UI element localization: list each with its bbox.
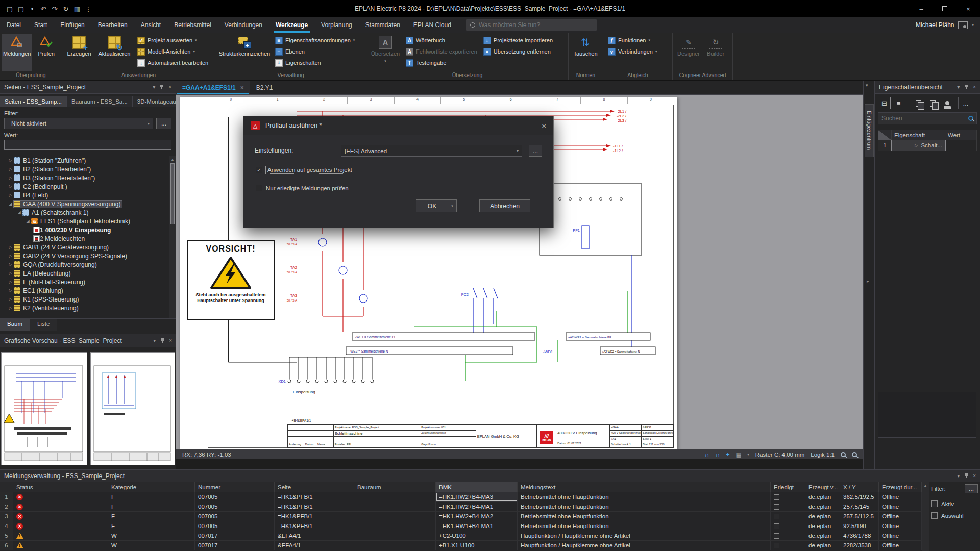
list-view-button[interactable]: ≡	[892, 97, 905, 109]
erledigt-checkbox[interactable]	[774, 504, 779, 510]
aktiv-checkbox[interactable]	[931, 500, 938, 507]
tree-item-ec1[interactable]: ▷EC1 (Kühlung)	[0, 286, 176, 295]
column-status[interactable]: Status	[13, 482, 108, 492]
testeingabe-button[interactable]: Testeingabe	[403, 57, 480, 68]
designer-button[interactable]: Designer	[675, 34, 702, 71]
zoom-out-icon[interactable]	[841, 452, 846, 457]
property-cell[interactable]: ▷ Schalt...	[892, 140, 945, 151]
strukturkennzeichen-button[interactable]: Strukturkennzeichen	[217, 34, 272, 71]
apply-all-label[interactable]: Anwenden auf gesamtes Projekt	[266, 166, 354, 173]
expand-icon[interactable]: ▷	[7, 245, 14, 249]
tree-item-k2[interactable]: ▷K2 (Ventilsteuerung)	[0, 304, 176, 312]
tree-item-a1[interactable]: ◢A1 (Schaltschrank 1)	[0, 208, 176, 217]
tab-verbindungen[interactable]: Verbindungen	[218, 17, 269, 33]
more-button[interactable]: ...	[958, 97, 973, 109]
expand-icon[interactable]: ▷	[7, 184, 14, 189]
pruefen-button[interactable]: Prüfen	[33, 34, 60, 71]
insert-center-tab[interactable]: Einfügezentrum	[865, 104, 874, 157]
tab-baum[interactable]: Baum	[0, 319, 30, 331]
message-row-4[interactable]: 4 F 007005 =HK1&PFB/1 =HK1.HW1+B4-MA1 Be…	[0, 521, 922, 531]
tree-item-c2[interactable]: ▷C2 (Bedienpult )	[0, 182, 176, 191]
tab-eplan-cloud[interactable]: EPLAN Cloud	[407, 17, 458, 33]
tab-liste[interactable]: Liste	[30, 319, 57, 331]
tab-seiten[interactable]: Seiten - ESS_Samp...	[0, 96, 67, 107]
column-xy[interactable]: X / Y	[840, 482, 879, 492]
panel-close-icon[interactable]: ×	[973, 84, 976, 90]
grid-corner[interactable]	[0, 482, 13, 492]
snap-icon[interactable]: ∩	[705, 451, 709, 458]
restore-button[interactable]	[933, 0, 957, 17]
tree-item-b1[interactable]: ▷B1 (Station "Zuführen")	[0, 156, 176, 165]
tree-scrollbar[interactable]: ▲	[169, 156, 176, 318]
uebersetzung-entfernen-button[interactable]: Übersetzung entfernen	[481, 46, 555, 57]
tree-item-efs1[interactable]: ◢EFS1 (Schaltplan Elektrotechnik)	[0, 217, 176, 226]
message-row-2[interactable]: 2 F 007005 =HK1&PFB/1 =HK1.HW2+B4-MA1 Be…	[0, 502, 922, 512]
paste-button[interactable]	[926, 97, 939, 109]
repeat-icon[interactable]: ↻	[61, 4, 71, 14]
value-cell[interactable]	[945, 140, 976, 151]
tree-item-b3[interactable]: ▷B3 (Station "Bereitstellen")	[0, 173, 176, 182]
tab-close-icon[interactable]: ×	[240, 84, 244, 91]
ok-button[interactable]: OK	[416, 199, 448, 212]
tree-item-ea[interactable]: ▷EA (Beleuchtung)	[0, 269, 176, 278]
minimize-button[interactable]: –	[910, 0, 933, 17]
wert-input[interactable]	[4, 140, 172, 150]
snap-alt-icon[interactable]: ∩	[716, 451, 720, 458]
panel-close-icon[interactable]: ×	[169, 338, 172, 343]
expand-icon[interactable]: ▷	[7, 280, 14, 284]
auswahl-checkbox[interactable]	[931, 512, 938, 519]
preview-thumbnail-1[interactable]	[1, 352, 87, 465]
copy-button[interactable]	[912, 97, 925, 109]
tree-item-b2[interactable]: ▷B2 (Station "Bearbeiten")	[0, 165, 176, 173]
tab-datei[interactable]: Datei	[0, 17, 28, 33]
erledigt-checkbox[interactable]	[774, 543, 779, 548]
pin-icon[interactable]	[964, 85, 968, 90]
expand-icon[interactable]: ▷	[7, 167, 14, 171]
tab-start[interactable]: Start	[28, 17, 54, 33]
column-meldungstext[interactable]: Meldungstext	[518, 482, 771, 492]
properties-search-input[interactable]	[881, 115, 968, 122]
filter-browse-button[interactable]: ...	[156, 118, 172, 129]
user-filter-button[interactable]	[941, 97, 953, 109]
erledigt-checkbox[interactable]	[774, 514, 779, 519]
tree-item-page-2[interactable]: 2 Meldeleuchten	[0, 234, 176, 243]
qat-menu-icon[interactable]: ⋮	[83, 4, 93, 14]
tauschen-button[interactable]: Tauschen	[571, 34, 600, 71]
panel-dropdown-icon[interactable]: ▾	[957, 473, 960, 479]
record-dot-icon[interactable]: •	[27, 4, 37, 14]
scroll-up-icon[interactable]: ▲	[922, 482, 929, 487]
dialog-title-bar[interactable]: △ Prüflauf ausführen * ×	[243, 116, 553, 135]
only-done-label[interactable]: Nur erledigte Meldungen prüfen	[266, 185, 349, 191]
tab-ansicht[interactable]: Ansicht	[134, 17, 167, 33]
panel-dropdown-icon[interactable]: ▾	[153, 338, 156, 343]
delete-placeholder-icon[interactable]: ▦	[72, 4, 82, 14]
expand-icon[interactable]: ▷	[7, 297, 14, 302]
column-bmk[interactable]: BMK	[436, 482, 518, 492]
column-nummer[interactable]: Nummer	[195, 482, 275, 492]
column-eigenschaft[interactable]: Eigenschaft	[892, 130, 945, 140]
message-row-5[interactable]: 5 W 007017 &EFA4/1 +C2-U100 Hauptfunktio…	[0, 531, 922, 541]
editor-tab-b2y1[interactable]: B2.Y1	[250, 81, 279, 94]
uebersetzen-button[interactable]: Übersetzen ▾	[369, 34, 402, 71]
meldungen-button[interactable]: Meldungen	[2, 34, 32, 71]
tree-item-b4[interactable]: ▷B4 (Feld)	[0, 191, 176, 199]
projekttexte-importieren-button[interactable]: Projekttexte importieren	[481, 35, 555, 46]
expand-right-icon[interactable]: ▸	[867, 279, 869, 284]
tell-me-input[interactable]	[479, 21, 593, 29]
erledigt-checkbox[interactable]	[774, 533, 779, 539]
panel-dropdown-icon[interactable]: ▾	[866, 83, 868, 88]
ebenen-button[interactable]: Ebenen	[273, 46, 357, 57]
tell-me-search[interactable]	[466, 19, 597, 31]
erledigt-checkbox[interactable]	[774, 494, 779, 500]
cancel-button[interactable]: Abbrechen	[479, 199, 530, 212]
pin-icon[interactable]	[160, 338, 164, 343]
expand-icon[interactable]: ▷	[7, 254, 14, 258]
properties-search[interactable]	[878, 112, 977, 124]
tab-bauraum[interactable]: Bauraum - ESS_Sa...	[67, 96, 133, 107]
message-row-3[interactable]: 3 F 007005 =HK1&PFB/1 =HK1.HW2+B4-MA2 Be…	[0, 512, 922, 521]
message-row-6[interactable]: 6 W 007017 &EFA4/1 +B1.X1-U100 Hauptfunk…	[0, 541, 922, 550]
expand-icon[interactable]: ▷	[7, 158, 14, 163]
redo-icon[interactable]: ↷	[50, 4, 60, 14]
tab-einfuegen[interactable]: Einfügen	[54, 17, 91, 33]
tree-item-gaa[interactable]: ◢GAA (400 V Spannungsversorgung)	[0, 199, 176, 208]
